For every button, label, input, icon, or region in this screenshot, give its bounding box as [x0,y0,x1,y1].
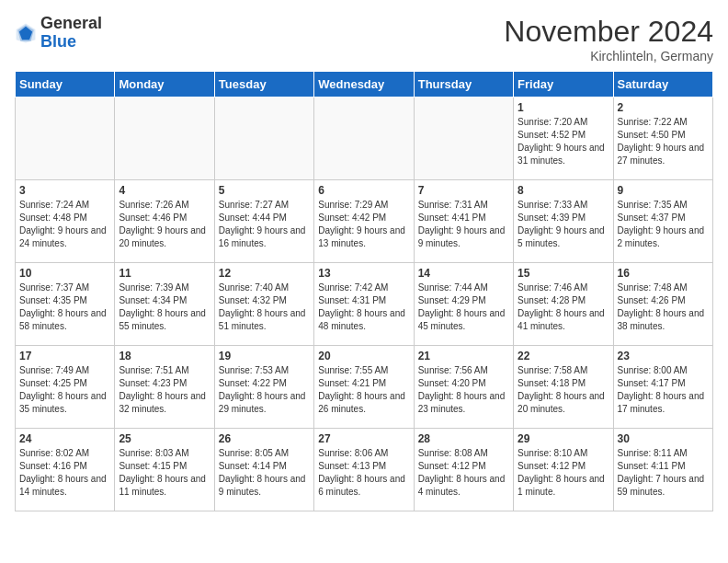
day-detail: Sunrise: 8:10 AMSunset: 4:12 PMDaylight:… [518,447,609,499]
calendar-cell [16,98,115,180]
day-detail: Sunrise: 7:26 AMSunset: 4:46 PMDaylight:… [119,199,210,250]
calendar-cell: 5Sunrise: 7:27 AMSunset: 4:44 PMDaylight… [214,180,313,263]
calendar-cell: 23Sunrise: 8:00 AMSunset: 4:17 PMDayligh… [613,346,712,429]
calendar-cell: 28Sunrise: 8:08 AMSunset: 4:12 PMDayligh… [414,429,513,511]
day-number: 8 [518,184,609,197]
day-detail: Sunrise: 7:40 AMSunset: 4:32 PMDaylight:… [219,282,310,333]
day-detail: Sunrise: 7:58 AMSunset: 4:18 PMDaylight:… [518,364,609,416]
day-number: 15 [518,267,609,280]
day-number: 17 [19,350,110,362]
calendar-cell [214,98,313,180]
calendar-cell: 25Sunrise: 8:03 AMSunset: 4:15 PMDayligh… [115,429,214,511]
logo: General Blue [15,15,102,52]
day-number: 22 [518,350,609,362]
weekday-header-thursday: Thursday [414,72,513,98]
calendar-cell: 18Sunrise: 7:51 AMSunset: 4:23 PMDayligh… [115,346,214,429]
day-number: 5 [219,184,310,197]
calendar-table: SundayMondayTuesdayWednesdayThursdayFrid… [15,71,713,511]
calendar-cell: 1Sunrise: 7:20 AMSunset: 4:52 PMDaylight… [514,98,613,180]
day-number: 24 [19,432,110,445]
calendar-week-row: 10Sunrise: 7:37 AMSunset: 4:35 PMDayligh… [16,263,713,346]
weekday-header-saturday: Saturday [613,72,712,98]
logo-blue-text: Blue [40,33,102,52]
day-detail: Sunrise: 7:49 AMSunset: 4:25 PMDaylight:… [19,364,110,416]
day-detail: Sunrise: 8:00 AMSunset: 4:17 PMDaylight:… [618,364,709,416]
calendar-cell: 22Sunrise: 7:58 AMSunset: 4:18 PMDayligh… [514,346,613,429]
day-number: 13 [318,267,409,280]
title-block: November 2024 Kirchlinteln, Germany [504,15,713,63]
day-detail: Sunrise: 8:02 AMSunset: 4:16 PMDaylight:… [19,447,110,499]
day-number: 20 [318,350,409,362]
calendar-cell: 13Sunrise: 7:42 AMSunset: 4:31 PMDayligh… [314,263,414,346]
calendar-week-row: 17Sunrise: 7:49 AMSunset: 4:25 PMDayligh… [16,346,713,429]
day-number: 21 [418,350,509,362]
logo-general-text: General [40,15,102,33]
logo-text: General Blue [40,15,102,52]
day-detail: Sunrise: 7:37 AMSunset: 4:35 PMDaylight:… [19,282,110,333]
day-detail: Sunrise: 7:55 AMSunset: 4:21 PMDaylight:… [318,364,409,416]
day-number: 11 [119,267,210,280]
calendar-cell: 19Sunrise: 7:53 AMSunset: 4:22 PMDayligh… [214,346,313,429]
calendar-cell: 16Sunrise: 7:48 AMSunset: 4:26 PMDayligh… [613,263,712,346]
day-number: 9 [618,184,709,197]
location: Kirchlinteln, Germany [504,49,713,63]
calendar-week-row: 1Sunrise: 7:20 AMSunset: 4:52 PMDaylight… [16,98,713,180]
calendar-cell: 9Sunrise: 7:35 AMSunset: 4:37 PMDaylight… [613,180,712,263]
calendar-cell: 21Sunrise: 7:56 AMSunset: 4:20 PMDayligh… [414,346,513,429]
day-detail: Sunrise: 7:39 AMSunset: 4:34 PMDaylight:… [119,282,210,333]
calendar-cell: 4Sunrise: 7:26 AMSunset: 4:46 PMDaylight… [115,180,214,263]
day-detail: Sunrise: 7:53 AMSunset: 4:22 PMDaylight:… [219,364,310,416]
calendar-cell: 7Sunrise: 7:31 AMSunset: 4:41 PMDaylight… [414,180,513,263]
calendar-cell: 10Sunrise: 7:37 AMSunset: 4:35 PMDayligh… [16,263,115,346]
day-detail: Sunrise: 8:05 AMSunset: 4:14 PMDaylight:… [219,447,310,499]
day-number: 30 [618,432,709,445]
page-header: General Blue November 2024 Kirchlinteln,… [15,15,713,63]
day-number: 4 [119,184,210,197]
calendar-cell: 6Sunrise: 7:29 AMSunset: 4:42 PMDaylight… [314,180,414,263]
day-detail: Sunrise: 7:56 AMSunset: 4:20 PMDaylight:… [418,364,509,416]
day-number: 16 [618,267,709,280]
calendar-cell: 29Sunrise: 8:10 AMSunset: 4:12 PMDayligh… [514,429,613,511]
day-number: 29 [518,432,609,445]
calendar-cell: 2Sunrise: 7:22 AMSunset: 4:50 PMDaylight… [613,98,712,180]
day-detail: Sunrise: 8:06 AMSunset: 4:13 PMDaylight:… [318,447,409,499]
day-number: 23 [618,350,709,362]
calendar-cell: 12Sunrise: 7:40 AMSunset: 4:32 PMDayligh… [214,263,313,346]
day-detail: Sunrise: 7:42 AMSunset: 4:31 PMDaylight:… [318,282,409,333]
day-number: 25 [119,432,210,445]
calendar-cell: 17Sunrise: 7:49 AMSunset: 4:25 PMDayligh… [16,346,115,429]
calendar-cell: 20Sunrise: 7:55 AMSunset: 4:21 PMDayligh… [314,346,414,429]
day-detail: Sunrise: 7:24 AMSunset: 4:48 PMDaylight:… [19,199,110,250]
day-number: 1 [518,101,609,114]
day-detail: Sunrise: 7:46 AMSunset: 4:28 PMDaylight:… [518,282,609,333]
weekday-header-wednesday: Wednesday [314,72,414,98]
calendar-cell: 15Sunrise: 7:46 AMSunset: 4:28 PMDayligh… [514,263,613,346]
calendar-cell: 27Sunrise: 8:06 AMSunset: 4:13 PMDayligh… [314,429,414,511]
day-detail: Sunrise: 7:27 AMSunset: 4:44 PMDaylight:… [219,199,310,250]
calendar-cell [314,98,414,180]
day-detail: Sunrise: 8:03 AMSunset: 4:15 PMDaylight:… [119,447,210,499]
day-number: 12 [219,267,310,280]
day-number: 27 [318,432,409,445]
calendar-cell: 26Sunrise: 8:05 AMSunset: 4:14 PMDayligh… [214,429,313,511]
day-number: 26 [219,432,310,445]
day-detail: Sunrise: 7:33 AMSunset: 4:39 PMDaylight:… [518,199,609,250]
weekday-header-monday: Monday [115,72,214,98]
calendar-cell: 30Sunrise: 8:11 AMSunset: 4:11 PMDayligh… [613,429,712,511]
day-detail: Sunrise: 8:08 AMSunset: 4:12 PMDaylight:… [418,447,509,499]
month-title: November 2024 [504,15,713,49]
day-detail: Sunrise: 7:48 AMSunset: 4:26 PMDaylight:… [618,282,709,333]
day-detail: Sunrise: 8:11 AMSunset: 4:11 PMDaylight:… [618,447,709,499]
day-number: 19 [219,350,310,362]
calendar-cell: 14Sunrise: 7:44 AMSunset: 4:29 PMDayligh… [414,263,513,346]
calendar-cell: 8Sunrise: 7:33 AMSunset: 4:39 PMDaylight… [514,180,613,263]
day-detail: Sunrise: 7:44 AMSunset: 4:29 PMDaylight:… [418,282,509,333]
day-number: 14 [418,267,509,280]
weekday-header-friday: Friday [514,72,613,98]
day-detail: Sunrise: 7:35 AMSunset: 4:37 PMDaylight:… [618,199,709,250]
day-detail: Sunrise: 7:29 AMSunset: 4:42 PMDaylight:… [318,199,409,250]
weekday-header-tuesday: Tuesday [214,72,313,98]
day-number: 18 [119,350,210,362]
calendar-cell: 24Sunrise: 8:02 AMSunset: 4:16 PMDayligh… [16,429,115,511]
day-detail: Sunrise: 7:31 AMSunset: 4:41 PMDaylight:… [418,199,509,250]
